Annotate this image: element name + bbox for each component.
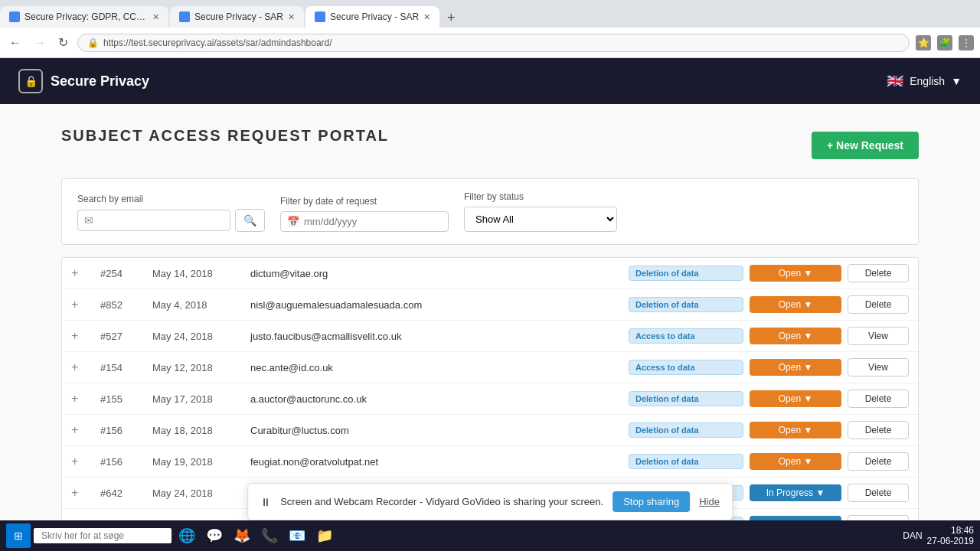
- expand-icon[interactable]: +: [71, 360, 94, 374]
- expand-icon[interactable]: +: [71, 298, 94, 311]
- row-email: a.auctor@auctorunc.co.uk: [250, 393, 622, 405]
- url-text: https://test.secureprivacy.ai/assets/sar…: [103, 37, 332, 48]
- tab-label-2: Secure Privacy - SAR: [194, 11, 283, 22]
- row-email: Curabitur@luctus.com: [250, 425, 622, 436]
- tab-favicon-1: [9, 11, 20, 22]
- taskbar-search[interactable]: [34, 528, 172, 543]
- row-id: #154: [100, 362, 146, 373]
- row-email: justo.faucibus@acmallisvelit.co.uk: [250, 331, 622, 342]
- search-input[interactable]: [98, 215, 224, 227]
- delete-button[interactable]: Delete: [848, 421, 909, 439]
- taskbar-skype-icon[interactable]: 📞: [257, 523, 282, 548]
- taskbar-whatsapp-icon[interactable]: 💬: [202, 523, 227, 548]
- tab-3[interactable]: Secure Privacy - SAR ✕: [305, 6, 439, 28]
- expand-icon[interactable]: +: [71, 455, 94, 468]
- back-button[interactable]: ←: [6, 34, 24, 51]
- tab-close-2[interactable]: ✕: [288, 12, 295, 22]
- date-input[interactable]: [304, 216, 442, 227]
- row-id: #156: [100, 425, 146, 436]
- request-type-badge: Deletion of data: [629, 454, 743, 469]
- status-button[interactable]: Open ▼: [750, 390, 841, 407]
- request-type-badge: Access to data: [629, 360, 743, 375]
- reload-button[interactable]: ↻: [55, 34, 71, 51]
- flag-icon: 🇬🇧: [887, 73, 903, 90]
- row-date: May 12, 2018: [152, 362, 244, 373]
- language-selector[interactable]: 🇬🇧 English ▼: [887, 73, 962, 90]
- status-button[interactable]: Open ▼: [750, 359, 841, 376]
- tab-2[interactable]: Secure Privacy - SAR ✕: [170, 6, 304, 28]
- row-date: May 4, 2018: [152, 299, 244, 311]
- forward-button[interactable]: →: [31, 34, 49, 51]
- new-request-button[interactable]: + New Request: [812, 132, 919, 159]
- row-email: nec.ante@id.co.uk: [250, 362, 622, 373]
- delete-button[interactable]: Delete: [848, 390, 909, 408]
- expand-icon[interactable]: +: [71, 486, 94, 500]
- taskbar-chrome-icon[interactable]: 🌐: [175, 523, 199, 548]
- view-button[interactable]: View: [848, 327, 909, 345]
- row-email: nisl@auguemalesuadamalesuada.com: [250, 299, 622, 311]
- new-tab-button[interactable]: +: [441, 10, 462, 26]
- tab-close-1[interactable]: ✕: [152, 12, 159, 22]
- bookmark-icon[interactable]: ⭐: [916, 35, 931, 51]
- status-button[interactable]: Open ▼: [750, 422, 841, 439]
- delete-button[interactable]: Delete: [848, 295, 909, 314]
- search-label: Search by email: [77, 194, 265, 204]
- view-button[interactable]: View: [848, 358, 909, 377]
- expand-icon[interactable]: +: [71, 423, 94, 437]
- stop-sharing-button[interactable]: Stop sharing: [612, 491, 690, 512]
- pause-icon: ⏸: [260, 496, 271, 508]
- status-select[interactable]: Show All Open In Progress Closed: [464, 207, 617, 232]
- row-date: May 24, 2018: [152, 331, 244, 342]
- requests-table: + #254 May 14, 2018 dictum@vitae.org Del…: [61, 257, 919, 520]
- view-button[interactable]: View: [848, 515, 909, 520]
- row-date: May 18, 2018: [152, 425, 244, 436]
- status-button[interactable]: Open ▼: [750, 453, 841, 470]
- taskbar-misc2-icon[interactable]: 📁: [312, 523, 337, 548]
- request-type-badge: Deletion of data: [629, 422, 743, 438]
- taskbar-firefox-icon[interactable]: 🦊: [230, 523, 254, 548]
- status-button[interactable]: Open ▼: [750, 328, 841, 344]
- table-row: + #156 May 18, 2018 Curabitur@luctus.com…: [62, 415, 918, 446]
- taskbar-misc1-icon[interactable]: 📧: [285, 523, 309, 548]
- delete-button[interactable]: Delete: [848, 452, 909, 471]
- time-display: 18:46: [927, 525, 974, 536]
- tab-close-3[interactable]: ✕: [423, 12, 430, 22]
- row-id: #642: [100, 487, 146, 499]
- row-email: feugiat.non@oratvolutpat.net: [250, 456, 622, 468]
- date-input-wrap: 📅: [280, 211, 449, 232]
- row-date: May 17, 2018: [152, 393, 244, 405]
- row-email: dictum@vitae.org: [250, 268, 622, 279]
- menu-icon[interactable]: ⋮: [959, 35, 974, 51]
- status-button[interactable]: In Progress ▼: [750, 484, 841, 501]
- brand-name: Secure Privacy: [51, 73, 149, 90]
- table-row: + #154 May 12, 2018 nec.ante@id.co.uk Ac…: [62, 352, 918, 383]
- row-id: #254: [100, 268, 146, 279]
- expand-icon[interactable]: +: [71, 266, 94, 280]
- share-banner-text: Screen and Webcam Recorder - Vidyard GoV…: [280, 496, 603, 507]
- lock-icon: 🔒: [87, 37, 99, 48]
- search-button[interactable]: 🔍: [235, 209, 265, 232]
- envelope-icon: ✉: [84, 214, 93, 227]
- filter-row: Search by email ✉ 🔍 Filter by date of re…: [61, 178, 919, 245]
- language-label: English: [910, 75, 945, 87]
- delete-button[interactable]: Delete: [848, 484, 909, 502]
- chevron-down-icon: ▼: [951, 75, 962, 87]
- hide-button[interactable]: Hide: [699, 496, 720, 507]
- status-label: Filter by status: [464, 191, 617, 202]
- expand-icon[interactable]: +: [71, 329, 94, 343]
- tab-1[interactable]: Secure Privacy: GDPR, CCPA & P... ✕: [0, 6, 168, 28]
- navbar: 🔒 Secure Privacy 🇬🇧 English ▼: [0, 58, 980, 104]
- expand-icon[interactable]: +: [71, 392, 94, 406]
- search-filter-group: Search by email ✉ 🔍: [77, 194, 265, 232]
- status-filter-group: Filter by status Show All Open In Progre…: [464, 191, 617, 232]
- tab-label-1: Secure Privacy: GDPR, CCPA & P...: [24, 11, 148, 22]
- start-button[interactable]: ⊞: [6, 523, 31, 548]
- status-button[interactable]: Open ▼: [750, 265, 841, 282]
- table-row: + #527 May 24, 2018 justo.faucibus@acmal…: [62, 321, 918, 352]
- status-button[interactable]: Open ▼: [750, 296, 841, 313]
- taskbar-right: DAN 18:46 27-06-2019: [903, 525, 974, 546]
- delete-button[interactable]: Delete: [848, 264, 909, 282]
- request-type-badge: Access to data: [629, 328, 743, 344]
- extensions-icon[interactable]: 🧩: [937, 35, 952, 51]
- address-bar[interactable]: 🔒 https://test.secureprivacy.ai/assets/s…: [77, 34, 910, 52]
